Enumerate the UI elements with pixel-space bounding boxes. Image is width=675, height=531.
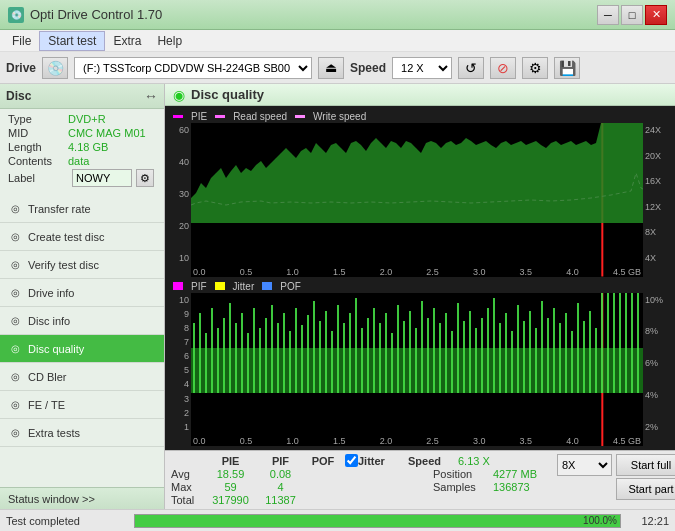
- svg-rect-42: [421, 301, 423, 393]
- lower-y-right-2pct: 2%: [645, 422, 658, 432]
- y-axis-label-40: 40: [179, 157, 189, 167]
- disc-contents-row: Contents data: [8, 155, 156, 167]
- sidebar-item-disc-quality[interactable]: ◎ Disc quality: [0, 335, 164, 363]
- svg-rect-67: [571, 331, 573, 393]
- disc-type-label: Type: [8, 113, 68, 125]
- refresh-button[interactable]: ↺: [458, 57, 484, 79]
- total-row: Total 317990 11387: [171, 494, 553, 506]
- svg-rect-31: [355, 298, 357, 393]
- disc-info-icon: ◎: [8, 314, 22, 328]
- status-window-label: Status window >>: [8, 493, 95, 505]
- x-label-3-0: 3.0: [473, 267, 486, 277]
- minimize-button[interactable]: ─: [597, 5, 619, 25]
- lower-y-8: 8: [184, 323, 189, 333]
- x-label-2-5: 2.5: [426, 267, 439, 277]
- drive-info-label: Drive info: [28, 287, 74, 299]
- y-right-4x: 4X: [645, 253, 656, 263]
- svg-rect-45: [439, 323, 441, 393]
- sidebar-item-disc-info[interactable]: ◎ Disc info: [0, 307, 164, 335]
- svg-rect-57: [511, 331, 513, 393]
- lower-y-right-4pct: 4%: [645, 390, 658, 400]
- svg-rect-44: [433, 308, 435, 393]
- drive-icon: 💿: [42, 57, 68, 79]
- extra-tests-icon: ◎: [8, 426, 22, 440]
- upper-chart-canvas: 0.0 0.5 1.0 1.5 2.0 2.5 3.0 3.5 4.0 4.5 …: [191, 123, 643, 277]
- svg-rect-40: [409, 311, 411, 393]
- erase-button[interactable]: ⊘: [490, 57, 516, 79]
- svg-rect-46: [445, 313, 447, 393]
- y-axis-label-20: 20: [179, 221, 189, 231]
- svg-rect-65: [559, 323, 561, 393]
- save-button[interactable]: 💾: [554, 57, 580, 79]
- label-settings-icon[interactable]: ⚙: [136, 169, 154, 187]
- speed-combo-select[interactable]: 8X: [557, 454, 612, 476]
- svg-rect-18: [277, 323, 279, 393]
- close-button[interactable]: ✕: [645, 5, 667, 25]
- upper-chart-with-axes: 60 40 30 20 10: [169, 123, 671, 277]
- speed-select-drive[interactable]: 12 X: [392, 57, 452, 79]
- sidebar-item-verify-test-disc[interactable]: ◎ Verify test disc: [0, 251, 164, 279]
- svg-rect-6: [205, 333, 207, 393]
- disc-mid-label: MID: [8, 127, 68, 139]
- position-value: 4277 MB: [493, 468, 553, 480]
- start-part-button[interactable]: Start part: [616, 478, 675, 500]
- lower-chart-container: PIF Jitter POF 10 9 8 7 6 5 4: [169, 280, 671, 447]
- start-full-button[interactable]: Start full: [616, 454, 675, 476]
- svg-rect-33: [367, 318, 369, 393]
- maximize-button[interactable]: □: [621, 5, 643, 25]
- disc-mid-value: CMC MAG M01: [68, 127, 146, 139]
- y-right-24x: 24X: [645, 125, 661, 135]
- lower-y-7: 7: [184, 337, 189, 347]
- status-text: Test completed: [6, 515, 126, 527]
- upper-y-axis-right: 24X 20X 16X 12X 8X 4X: [643, 123, 671, 277]
- lower-y-right-8pct: 8%: [645, 326, 658, 336]
- svg-rect-76: [625, 293, 627, 393]
- pie-header: PIE: [203, 455, 258, 467]
- lower-y-3: 3: [184, 394, 189, 404]
- menu-extra[interactable]: Extra: [105, 32, 149, 50]
- x-label-0: 0.0: [193, 267, 206, 277]
- drive-select[interactable]: (F:) TSSTcorp CDDVDW SH-224GB SB00: [74, 57, 312, 79]
- title-bar-left: 💿 Opti Drive Control 1.70: [8, 7, 162, 23]
- svg-rect-43: [427, 318, 429, 393]
- menu-start-test[interactable]: Start test: [39, 31, 105, 51]
- svg-rect-12: [241, 313, 243, 393]
- svg-rect-19: [283, 313, 285, 393]
- svg-rect-70: [589, 311, 591, 393]
- disc-label-key: Label: [8, 172, 68, 184]
- menu-help[interactable]: Help: [149, 32, 190, 50]
- samples-value: 136873: [493, 481, 553, 493]
- jitter-checkbox[interactable]: [345, 454, 358, 467]
- upper-x-axis: 0.0 0.5 1.0 1.5 2.0 2.5 3.0 3.5 4.0 4.5 …: [191, 267, 643, 277]
- lower-y-10: 10: [179, 295, 189, 305]
- pof-legend-label: POF: [280, 281, 301, 292]
- lower-y-right-6pct: 6%: [645, 358, 658, 368]
- lower-x-label-4-0: 4.0: [566, 436, 579, 446]
- sidebar-item-transfer-rate[interactable]: ◎ Transfer rate: [0, 195, 164, 223]
- progress-bar-container: 100.0%: [134, 514, 621, 528]
- menu-file[interactable]: File: [4, 32, 39, 50]
- eject-button[interactable]: ⏏: [318, 57, 344, 79]
- avg-row: Avg 18.59 0.08 Position 4277 MB: [171, 468, 553, 480]
- y-right-20x: 20X: [645, 151, 661, 161]
- svg-rect-64: [553, 308, 555, 393]
- settings-button[interactable]: ⚙: [522, 57, 548, 79]
- svg-rect-38: [397, 305, 399, 393]
- disc-refresh-icon[interactable]: ↔: [144, 88, 158, 104]
- svg-rect-77: [631, 293, 633, 393]
- sidebar-item-create-test-disc[interactable]: ◎ Create test disc: [0, 223, 164, 251]
- sidebar-item-fe-te[interactable]: ◎ FE / TE: [0, 391, 164, 419]
- lower-y-1: 1: [184, 422, 189, 432]
- sidebar-item-extra-tests[interactable]: ◎ Extra tests: [0, 419, 164, 447]
- status-window-button[interactable]: Status window >>: [0, 487, 164, 509]
- avg-pif: 0.08: [258, 468, 303, 480]
- svg-rect-15: [259, 328, 261, 393]
- sidebar-item-cd-bler[interactable]: ◎ CD Bler: [0, 363, 164, 391]
- sidebar-item-drive-info[interactable]: ◎ Drive info: [0, 279, 164, 307]
- y-right-8x: 8X: [645, 227, 656, 237]
- disc-label-input[interactable]: [72, 169, 132, 187]
- svg-rect-34: [373, 308, 375, 393]
- avg-pie: 18.59: [203, 468, 258, 480]
- verify-test-disc-icon: ◎: [8, 258, 22, 272]
- jitter-legend-label: Jitter: [233, 281, 255, 292]
